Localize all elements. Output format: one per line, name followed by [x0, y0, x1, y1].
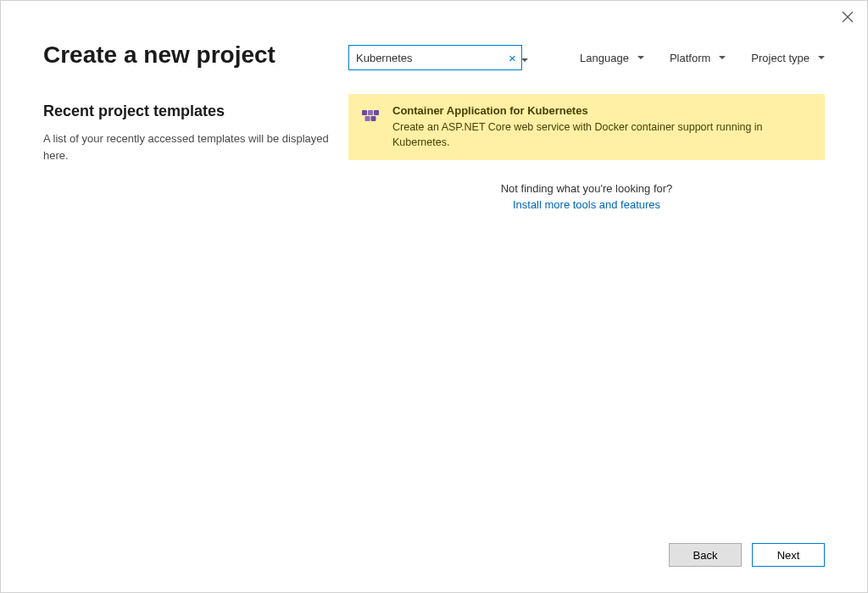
close-button[interactable] [842, 11, 854, 23]
language-filter[interactable]: Language [580, 52, 644, 64]
caret-down-icon [637, 56, 644, 59]
recent-templates-description: A list of your recently accessed templat… [43, 130, 331, 163]
template-result-item[interactable]: Container Application for Kubernetes Cre… [348, 94, 825, 160]
search-dropdown-icon[interactable] [520, 50, 533, 65]
footer-buttons: Back Next [669, 543, 825, 567]
project-type-filter[interactable]: Project type [751, 52, 825, 64]
svg-rect-3 [368, 110, 373, 115]
template-result-title: Container Application for Kubernetes [392, 104, 813, 117]
project-type-filter-label: Project type [751, 52, 810, 64]
not-found-box: Not finding what you're looking for? Ins… [484, 177, 690, 217]
right-panel: × Language Platform Project type [348, 35, 825, 524]
template-result-description: Create an ASP.NET Core web service with … [392, 120, 813, 150]
recent-templates-heading: Recent project templates [43, 103, 331, 120]
search-box[interactable]: × [348, 45, 522, 70]
svg-rect-5 [365, 116, 370, 121]
left-panel: Create a new project Recent project temp… [43, 35, 348, 524]
svg-rect-6 [371, 116, 376, 121]
search-input[interactable] [349, 46, 505, 69]
platform-filter-label: Platform [670, 52, 710, 64]
clear-search-icon[interactable]: × [505, 52, 520, 64]
install-more-link[interactable]: Install more tools and features [513, 198, 660, 211]
svg-rect-4 [374, 110, 379, 115]
language-filter-label: Language [580, 52, 629, 64]
next-button[interactable]: Next [752, 543, 825, 567]
not-found-text: Not finding what you're looking for? [501, 182, 673, 195]
svg-rect-2 [362, 110, 367, 115]
page-title: Create a new project [43, 42, 331, 69]
caret-down-icon [818, 56, 825, 59]
controls-row: × Language Platform Project type [348, 45, 825, 70]
back-button[interactable]: Back [669, 543, 742, 567]
kubernetes-container-icon [360, 105, 381, 125]
platform-filter[interactable]: Platform [670, 52, 726, 64]
caret-down-icon [719, 56, 726, 59]
